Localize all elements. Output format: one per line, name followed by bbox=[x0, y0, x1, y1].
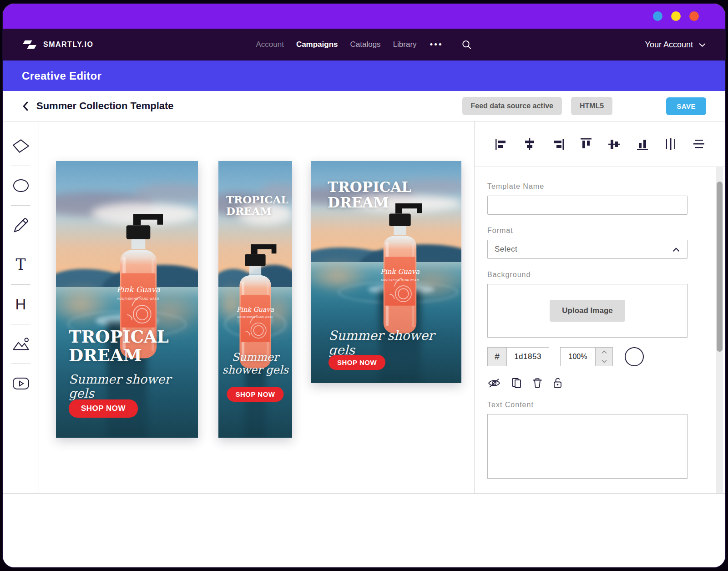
app-window: SMARTLY.IO Account Campaigns Catalogs Li… bbox=[3, 4, 725, 567]
heading-tool-icon: H bbox=[15, 297, 26, 312]
format-select[interactable]: Select bbox=[487, 240, 688, 259]
align-middle-vertical-button[interactable] bbox=[607, 136, 622, 152]
inspector-scrollbar[interactable] bbox=[716, 167, 723, 493]
window-titlebar bbox=[3, 4, 725, 29]
background-dropzone[interactable]: Upload Image bbox=[487, 284, 688, 338]
duplicate-icon bbox=[511, 377, 522, 389]
hex-color-input[interactable]: 1d1853 bbox=[507, 348, 549, 366]
align-top-button[interactable] bbox=[578, 136, 594, 152]
product-bottle-image: Pink Guava NOURISHING HAND WASH bbox=[366, 194, 434, 336]
nav-item-account[interactable]: Account bbox=[256, 40, 283, 49]
inspector-panel: Template Name Format Select Background U… bbox=[474, 121, 725, 493]
text-content-textarea[interactable] bbox=[487, 414, 688, 479]
distribute-horizontal-button[interactable] bbox=[663, 136, 678, 152]
align-center-horizontal-icon bbox=[523, 137, 536, 151]
save-button[interactable]: SAVE bbox=[666, 97, 706, 115]
banner-subheadline: Summer shower gels bbox=[69, 372, 198, 400]
smartly-logo-icon bbox=[22, 38, 37, 51]
scrollbar-thumb[interactable] bbox=[717, 182, 723, 352]
window-control-orange[interactable] bbox=[689, 11, 699, 21]
nav-item-catalogs[interactable]: Catalogs bbox=[350, 40, 381, 49]
align-middle-vertical-icon bbox=[607, 137, 621, 151]
align-bottom-button[interactable] bbox=[635, 136, 650, 152]
diamond-icon bbox=[11, 138, 30, 154]
background-label: Background bbox=[487, 271, 693, 279]
text-content-label: Text Content bbox=[487, 401, 693, 409]
pencil-tool[interactable] bbox=[3, 205, 39, 245]
top-nav: SMARTLY.IO Account Campaigns Catalogs Li… bbox=[3, 29, 725, 61]
opacity-input-group: 100% bbox=[560, 347, 613, 366]
text-tool-icon: T bbox=[15, 257, 25, 272]
main-area: T H bbox=[3, 121, 725, 493]
search-icon[interactable] bbox=[462, 40, 472, 50]
banner-preview-skyscraper[interactable]: Pink Guava NOURISHING HAND WASH TROPICAL… bbox=[218, 161, 292, 438]
banner-preview-vertical[interactable]: Pink Guava NOURISHING HAND WASH TROPICAL… bbox=[56, 161, 198, 438]
stepper-up-icon bbox=[602, 350, 607, 354]
ellipse-icon bbox=[12, 178, 30, 193]
upload-image-button[interactable]: Upload Image bbox=[550, 300, 625, 322]
nav-item-campaigns[interactable]: Campaigns bbox=[296, 40, 338, 49]
product-label-script: Pink Guava bbox=[380, 268, 420, 276]
banner-headline: TROPICAL DREAM bbox=[226, 194, 288, 217]
window-control-yellow[interactable] bbox=[671, 11, 681, 21]
chevron-up-icon bbox=[672, 247, 680, 252]
document-title: Summer Collection Template bbox=[36, 100, 174, 112]
template-name-input[interactable] bbox=[487, 196, 688, 215]
color-swatch[interactable] bbox=[625, 347, 644, 366]
nav-item-library[interactable]: Library bbox=[393, 40, 417, 49]
image-tool[interactable] bbox=[3, 324, 39, 364]
text-tool[interactable]: T bbox=[3, 245, 39, 284]
stepper-up-button[interactable] bbox=[596, 348, 612, 357]
shop-now-button[interactable]: SHOP NOW bbox=[227, 387, 283, 402]
unlock-icon bbox=[552, 377, 563, 389]
more-menu-icon[interactable]: ••• bbox=[430, 40, 443, 50]
align-center-horizontal-button[interactable] bbox=[522, 136, 537, 152]
back-button[interactable] bbox=[22, 101, 30, 111]
template-name-label: Template Name bbox=[487, 182, 693, 191]
banner-headline: TROPICAL DREAM bbox=[69, 328, 178, 364]
align-right-icon bbox=[551, 137, 565, 151]
app-header: Creative Editor bbox=[3, 61, 725, 91]
chevron-left-icon bbox=[22, 101, 30, 111]
stepper-down-icon bbox=[602, 359, 607, 363]
document-header: Summer Collection Template Feed data sou… bbox=[3, 91, 725, 121]
image-icon bbox=[12, 336, 30, 352]
heading-tool[interactable]: H bbox=[3, 284, 39, 324]
page-title: Creative Editor bbox=[22, 70, 101, 82]
banner-subheadline: Summer shower gels bbox=[329, 328, 461, 358]
hide-layer-button[interactable] bbox=[487, 378, 501, 389]
banner-subheadline: Summer shower gels bbox=[218, 351, 292, 376]
banner-preview-portrait[interactable]: Pink Guava NOURISHING HAND WASH TROPICAL… bbox=[311, 161, 461, 383]
account-menu[interactable]: Your Account bbox=[645, 40, 706, 50]
chevron-down-icon bbox=[698, 42, 706, 47]
shop-now-button[interactable]: SHOP NOW bbox=[329, 355, 385, 370]
distribute-vertical-button[interactable] bbox=[691, 136, 707, 152]
distribute-horizontal-icon bbox=[664, 137, 677, 151]
shop-now-button[interactable]: SHOP NOW bbox=[69, 399, 138, 418]
shape-diamond-tool[interactable] bbox=[3, 126, 39, 166]
alignment-toolbar bbox=[475, 121, 725, 167]
opacity-input[interactable]: 100% bbox=[561, 348, 595, 366]
product-label-script: Pink Guava bbox=[237, 306, 274, 313]
format-select-value: Select bbox=[495, 245, 517, 254]
opacity-stepper bbox=[595, 348, 612, 366]
design-canvas[interactable]: Pink Guava NOURISHING HAND WASH TROPICAL… bbox=[39, 121, 474, 493]
feed-status-badge: Feed data source active bbox=[462, 97, 562, 115]
smartly-logo[interactable]: SMARTLY.IO bbox=[22, 38, 93, 51]
align-right-button[interactable] bbox=[550, 136, 566, 152]
banner-headline: TROPICAL DREAM bbox=[328, 179, 437, 210]
lock-button[interactable] bbox=[552, 377, 563, 389]
eye-off-icon bbox=[487, 378, 501, 389]
format-label: Format bbox=[487, 227, 693, 235]
shape-ellipse-tool[interactable] bbox=[3, 166, 39, 205]
delete-button[interactable] bbox=[532, 377, 543, 389]
stepper-down-button[interactable] bbox=[596, 357, 612, 366]
video-tool[interactable] bbox=[3, 364, 39, 403]
product-label-script: Pink Guava bbox=[116, 285, 160, 294]
align-left-button[interactable] bbox=[494, 136, 509, 152]
pencil-icon bbox=[12, 217, 30, 234]
document-header-actions: Feed data source active HTML5 SAVE bbox=[462, 97, 706, 115]
window-control-blue[interactable] bbox=[653, 11, 662, 21]
left-toolbar: T H bbox=[3, 121, 39, 493]
duplicate-button[interactable] bbox=[511, 377, 522, 389]
